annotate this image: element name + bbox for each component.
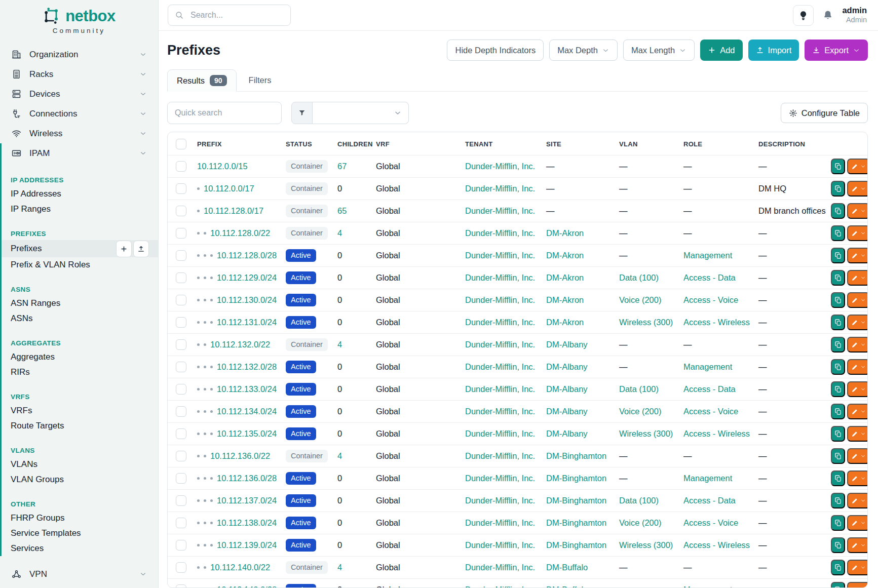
filter-select[interactable] [313, 102, 409, 124]
prefix-link[interactable]: 10.112.139.0/24 [217, 540, 277, 550]
prefix-link[interactable]: 10.112.140.0/22 [210, 563, 270, 572]
site-link[interactable]: DM-Albany [546, 340, 588, 349]
tenant-link[interactable]: Dunder-Mifflin, Inc. [465, 496, 535, 505]
tenant-link[interactable]: Dunder-Mifflin, Inc. [465, 474, 535, 483]
tenant-link[interactable]: Dunder-Mifflin, Inc. [465, 318, 535, 327]
sidebar-item-vpn[interactable]: VPN [0, 564, 158, 584]
row-checkbox[interactable] [176, 428, 186, 439]
vlan-link[interactable]: Data (100) [619, 273, 659, 282]
vlan-link[interactable]: Data (100) [619, 496, 659, 505]
edit-dropdown-button[interactable] [847, 292, 868, 308]
sidebar-item-ip-ranges[interactable]: IP Ranges [2, 202, 158, 217]
sidebar-item-asn-ranges[interactable]: ASN Ranges [2, 296, 158, 311]
sidebar-item-organization[interactable]: Organization [0, 45, 158, 64]
tenant-link[interactable]: Dunder-Mifflin, Inc. [465, 563, 535, 572]
sidebar-item-ip-addresses[interactable]: IP Addresses [2, 186, 158, 202]
global-search[interactable] [168, 5, 291, 26]
prefix-link[interactable]: 10.112.136.0/22 [210, 451, 270, 461]
row-checkbox[interactable] [176, 183, 186, 194]
role-link[interactable]: Access - Wireless [683, 540, 750, 550]
sidebar-item-route-targets[interactable]: Route Targets [2, 418, 158, 434]
edit-dropdown-button[interactable] [847, 225, 868, 241]
role-link[interactable]: Access - Voice [683, 518, 738, 527]
edit-dropdown-button[interactable] [847, 248, 868, 263]
role-link[interactable]: Access - Data [683, 384, 736, 394]
sidebar-item-vlan-groups[interactable]: VLAN Groups [2, 472, 158, 487]
hide-depth-indicators-button[interactable]: Hide Depth Indicators [447, 40, 544, 61]
children-link[interactable]: 4 [337, 340, 342, 349]
copy-button[interactable] [831, 426, 845, 442]
row-checkbox[interactable] [176, 362, 186, 372]
copy-button[interactable] [831, 225, 845, 241]
role-link[interactable]: Access - Wireless [683, 318, 750, 327]
sidebar-import-button[interactable] [133, 241, 149, 257]
edit-dropdown-button[interactable] [847, 359, 868, 375]
edit-dropdown-button[interactable] [847, 381, 868, 397]
sidebar-item-prefixes[interactable]: Prefixes [2, 240, 158, 257]
tenant-link[interactable]: Dunder-Mifflin, Inc. [465, 228, 535, 238]
tenant-link[interactable]: Dunder-Mifflin, Inc. [465, 429, 535, 438]
notifications-bell-icon[interactable] [822, 10, 833, 21]
edit-dropdown-button[interactable] [847, 426, 868, 442]
site-link[interactable]: DM-Albany [546, 362, 588, 371]
tenant-link[interactable]: Dunder-Mifflin, Inc. [465, 451, 535, 460]
copy-button[interactable] [831, 159, 845, 174]
children-link[interactable]: 4 [337, 228, 342, 238]
sidebar-item-fhrp-groups[interactable]: FHRP Groups [2, 511, 158, 526]
tab-results[interactable]: Results 90 [167, 69, 237, 92]
edit-dropdown-button[interactable] [847, 203, 868, 219]
edit-dropdown-button[interactable] [847, 448, 868, 464]
edit-dropdown-button[interactable] [847, 471, 868, 486]
copy-button[interactable] [831, 248, 845, 263]
site-link[interactable]: DM-Akron [546, 295, 584, 304]
tenant-link[interactable]: Dunder-Mifflin, Inc. [465, 162, 535, 171]
site-link[interactable]: DM-Akron [546, 273, 584, 282]
row-checkbox[interactable] [176, 250, 186, 261]
edit-dropdown-button[interactable] [847, 582, 868, 588]
export-dropdown[interactable]: Export [805, 40, 868, 61]
copy-button[interactable] [831, 270, 845, 286]
prefix-link[interactable]: 10.112.134.0/24 [217, 407, 277, 416]
prefix-link[interactable]: 10.112.138.0/24 [217, 518, 277, 528]
edit-dropdown-button[interactable] [847, 315, 868, 330]
prefix-link[interactable]: 10.112.136.0/28 [217, 474, 277, 483]
children-link[interactable]: 67 [337, 162, 347, 171]
prefix-link[interactable]: 10.112.137.0/24 [217, 496, 277, 505]
row-checkbox[interactable] [176, 161, 186, 172]
role-link[interactable]: Access - Wireless [683, 429, 750, 438]
select-all-checkbox[interactable] [176, 139, 186, 149]
copy-button[interactable] [831, 292, 845, 308]
row-checkbox[interactable] [176, 384, 186, 395]
children-link[interactable]: 65 [337, 206, 347, 215]
edit-dropdown-button[interactable] [847, 159, 868, 174]
vlan-link[interactable]: Voice (200) [619, 407, 661, 416]
vlan-link[interactable]: Wireless (300) [619, 318, 673, 327]
sidebar-item-vrfs[interactable]: VRFs [2, 403, 158, 418]
tenant-link[interactable]: Dunder-Mifflin, Inc. [465, 540, 535, 550]
edit-dropdown-button[interactable] [847, 270, 868, 286]
row-checkbox[interactable] [176, 295, 186, 305]
tenant-link[interactable]: Dunder-Mifflin, Inc. [465, 340, 535, 349]
site-link[interactable]: DM-Binghamton [546, 451, 606, 460]
children-link[interactable]: 4 [337, 451, 342, 460]
prefix-link[interactable]: 10.112.130.0/24 [217, 295, 277, 305]
search-input[interactable] [189, 10, 284, 20]
copy-button[interactable] [831, 471, 845, 486]
tenant-link[interactable]: Dunder-Mifflin, Inc. [465, 273, 535, 282]
edit-dropdown-button[interactable] [847, 181, 868, 197]
sidebar-item-service-templates[interactable]: Service Templates [2, 526, 158, 541]
tenant-link[interactable]: Dunder-Mifflin, Inc. [465, 206, 535, 215]
import-button[interactable]: Import [748, 40, 799, 61]
copy-button[interactable] [831, 493, 845, 508]
edit-dropdown-button[interactable] [847, 404, 868, 419]
sidebar-item-devices[interactable]: Devices [0, 84, 158, 104]
row-checkbox[interactable] [176, 228, 186, 239]
sidebar-item-vlans[interactable]: VLANs [2, 457, 158, 472]
row-checkbox[interactable] [176, 206, 186, 216]
add-button[interactable]: Add [700, 40, 742, 61]
sidebar-item-ipam[interactable]: IPAM [2, 143, 158, 163]
user-menu[interactable]: admin Admin [842, 6, 867, 24]
theme-toggle-button[interactable] [793, 5, 814, 26]
configure-table-button[interactable]: Configure Table [781, 103, 868, 123]
tenant-link[interactable]: Dunder-Mifflin, Inc. [465, 184, 535, 193]
